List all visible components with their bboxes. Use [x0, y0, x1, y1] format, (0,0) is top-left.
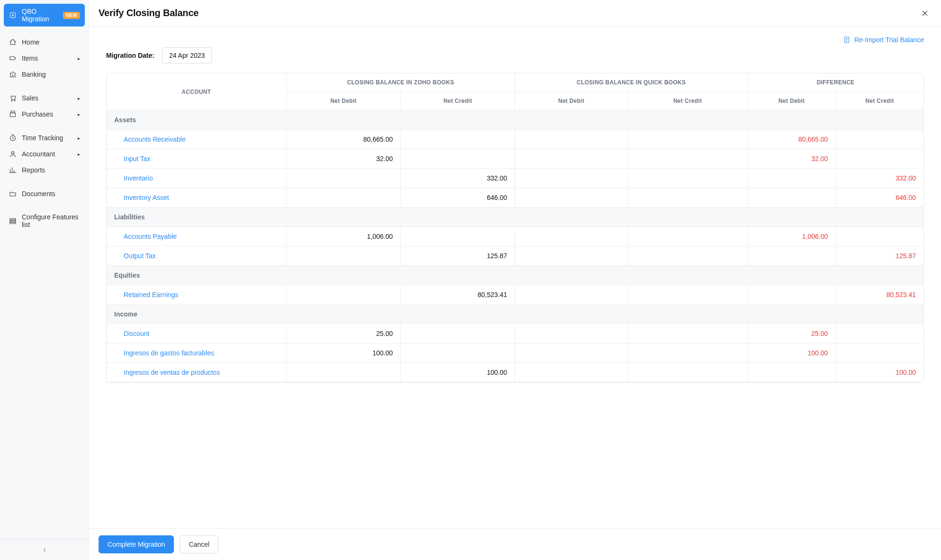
account-link[interactable]: Inventario: [124, 174, 153, 182]
sidebar-item-label: Banking: [22, 71, 46, 78]
zoho-debit: [286, 285, 400, 305]
account-link[interactable]: Ingresos de ventas de productos: [124, 369, 220, 376]
th-zoho: CLOSING BALANCE IN ZOHO BOOKS: [286, 73, 515, 92]
zoho-debit: [286, 169, 400, 188]
svg-point-1: [11, 100, 12, 101]
zoho-debit: 80,665.00: [286, 130, 400, 149]
th-qbo-credit: Net Credit: [627, 92, 747, 110]
table-row: Ingresos de gastos facturables100.00100.…: [107, 343, 923, 363]
sidebar-icon: [9, 166, 17, 174]
diff-credit: [836, 324, 923, 343]
sidebar-item-qbo-migration[interactable]: QBO MigrationNEW: [4, 4, 85, 27]
sidebar-item-label: Accountant: [22, 150, 55, 158]
diff-debit: 32.00: [748, 149, 836, 169]
sidebar-icon: [9, 150, 17, 158]
sidebar-item-home[interactable]: Home: [4, 34, 85, 50]
sidebar-item-label: Configure Features list: [22, 213, 80, 228]
main: Verify Closing Balance Re-Import Trial B…: [89, 0, 941, 560]
diff-debit: 100.00: [748, 343, 836, 363]
sidebar-item-purchases[interactable]: Purchases▸: [4, 106, 85, 122]
zoho-credit: [401, 324, 515, 343]
chevron-right-icon: ▸: [78, 112, 80, 117]
diff-debit: [748, 169, 836, 188]
migration-date-row: Migration Date: 24 Apr 2023: [106, 47, 924, 63]
account-link[interactable]: Discount: [124, 330, 149, 337]
account-link[interactable]: Accounts Payable: [124, 233, 177, 240]
account-link[interactable]: Retained Earnings: [124, 291, 178, 298]
account-link[interactable]: Output Tax: [124, 252, 155, 260]
diff-credit: [836, 227, 923, 246]
qbo-credit: [627, 324, 747, 343]
reimport-icon: [843, 36, 851, 44]
section-equities: Equities: [107, 266, 923, 285]
sidebar-item-label: Documents: [22, 190, 55, 198]
sidebar-item-banking[interactable]: Banking: [4, 66, 85, 82]
sidebar-icon: [9, 70, 17, 79]
collapse-sidebar-button[interactable]: [0, 539, 89, 560]
th-diff-debit: Net Debit: [748, 92, 836, 110]
sidebar-icon: [9, 54, 17, 63]
diff-debit: [748, 363, 836, 382]
reimport-label: Re-Import Trial Balance: [854, 36, 924, 44]
sidebar-icon: [9, 190, 17, 198]
account-link[interactable]: Ingresos de gastos facturables: [124, 349, 214, 357]
table-row: Input Tax32.0032.00: [107, 149, 923, 169]
qbo-debit: [515, 188, 628, 208]
table-row: Accounts Receivable80,665.0080,665.00: [107, 130, 923, 149]
sales-icon: [9, 94, 17, 102]
zoho-credit: [401, 149, 515, 169]
svg-rect-7: [10, 222, 16, 224]
qbo-credit: [627, 188, 747, 208]
zoho-debit: [286, 246, 400, 266]
chevron-left-icon: [41, 547, 48, 553]
qbo-debit: [515, 169, 628, 188]
sidebar-item-documents[interactable]: Documents: [4, 186, 85, 202]
close-button[interactable]: [918, 7, 932, 20]
reimport-trial-balance-button[interactable]: Re-Import Trial Balance: [843, 36, 924, 44]
configure-icon: [9, 217, 17, 225]
qbo-debit: [515, 285, 628, 305]
migration-date-label: Migration Date:: [106, 52, 154, 59]
qbo-credit: [627, 285, 747, 305]
chevron-right-icon: ▸: [78, 135, 80, 141]
complete-migration-button[interactable]: Complete Migration: [99, 535, 174, 553]
cancel-button[interactable]: Cancel: [180, 535, 218, 553]
diff-credit: 100.00: [836, 363, 923, 382]
sidebar-item-accountant[interactable]: Accountant▸: [4, 146, 85, 162]
close-icon: [921, 9, 929, 18]
zoho-credit: 125.87: [401, 246, 515, 266]
diff-debit: 25.00: [748, 324, 836, 343]
account-link[interactable]: Accounts Receivable: [124, 135, 186, 143]
sidebar-item-configure-features-list[interactable]: Configure Features list: [4, 209, 85, 232]
qbo-debit: [515, 227, 628, 246]
diff-credit: 125.87: [836, 246, 923, 266]
reports-icon: [9, 166, 17, 174]
table-row: Output Tax125.87125.87: [107, 246, 923, 266]
purchases-icon: [9, 110, 17, 118]
diff-debit: 80,665.00: [748, 130, 836, 149]
th-zoho-debit: Net Debit: [286, 92, 400, 110]
qbo-debit: [515, 130, 628, 149]
sidebar-item-reports[interactable]: Reports: [4, 162, 85, 178]
sidebar-item-items[interactable]: Items▸: [4, 50, 85, 66]
page-header: Verify Closing Balance: [89, 0, 941, 27]
account-link[interactable]: Inventory Asset: [124, 194, 169, 201]
sidebar-icon: [9, 110, 17, 118]
migration-icon: [9, 11, 17, 19]
content-area: Re-Import Trial Balance Migration Date: …: [89, 27, 941, 528]
sidebar-item-label: Time Tracking: [22, 134, 63, 142]
sidebar-item-sales[interactable]: Sales▸: [4, 90, 85, 106]
time-icon: [9, 134, 17, 142]
svg-point-4: [11, 152, 14, 154]
table-row: Discount25.0025.00: [107, 324, 923, 343]
sidebar-item-time-tracking[interactable]: Time Tracking▸: [4, 130, 85, 146]
section-assets: Assets: [107, 110, 923, 130]
migration-date-selector[interactable]: 24 Apr 2023: [162, 47, 212, 63]
qbo-credit: [627, 363, 747, 382]
zoho-credit: [401, 130, 515, 149]
sidebar-item-label: QBO Migration: [22, 8, 60, 23]
sidebar-top: QBO MigrationNEWHomeItems▸BankingSales▸P…: [0, 0, 89, 236]
diff-credit: [836, 130, 923, 149]
account-link[interactable]: Input Tax: [124, 155, 151, 163]
sidebar-item-label: Items: [22, 54, 38, 62]
